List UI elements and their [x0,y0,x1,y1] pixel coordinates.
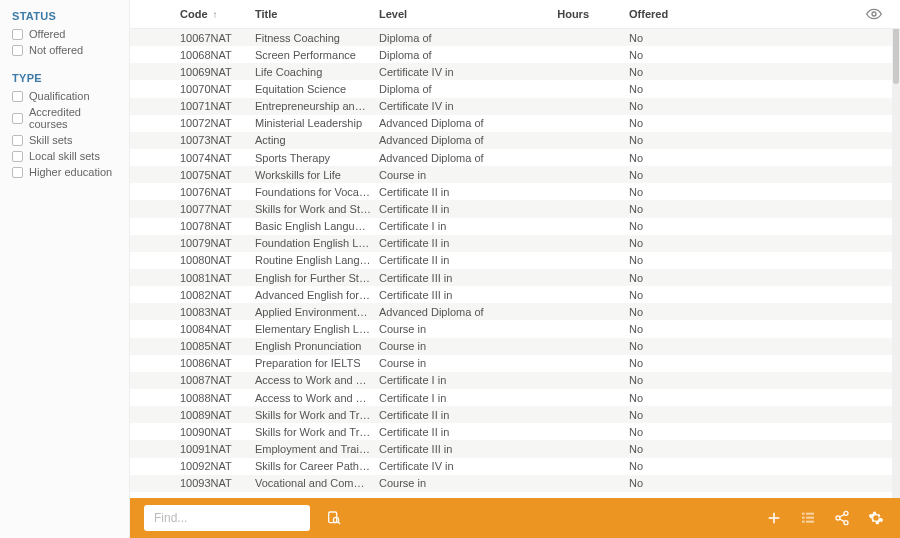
columns-visibility-icon[interactable] [866,6,882,22]
cell-level: Advanced Diploma of [379,117,504,129]
document-search-icon[interactable] [324,508,344,528]
col-header-code-label: Code [180,8,208,20]
cell-level: Certificate IV in [379,460,504,472]
cell-code: 10071NAT [130,100,255,112]
svg-point-12 [844,511,848,515]
table-row[interactable]: 10084NATElementary English Langua...Cour… [130,320,900,337]
table-row[interactable]: 10080NATRoutine English Language ...Cert… [130,252,900,269]
table-row[interactable]: 10085NATEnglish PronunciationCourse inNo [130,338,900,355]
table-row[interactable]: 10070NATEquitation ScienceDiploma ofNo [130,80,900,97]
cell-code: 10072NAT [130,117,255,129]
filter-item[interactable]: Qualification [12,88,121,104]
filter-group-type: TYPE QualificationAccredited coursesSkil… [12,72,121,180]
table-row[interactable]: 10083NATApplied Environmental Ma...Advan… [130,303,900,320]
table-row[interactable]: 10082NATAdvanced English for Furth...Cer… [130,286,900,303]
svg-point-0 [872,12,876,16]
cell-offered: No [629,426,829,438]
svg-rect-9 [806,517,814,519]
table-header-row: Code ↑ Title Level Hours Offered [130,0,900,29]
settings-gear-icon[interactable] [866,508,886,528]
share-icon[interactable] [832,508,852,528]
checkbox-icon[interactable] [12,29,23,40]
col-header-level[interactable]: Level [379,8,504,20]
col-header-hours[interactable]: Hours [504,8,629,20]
cell-offered: No [629,340,829,352]
cell-code: 10082NAT [130,289,255,301]
cell-offered: No [629,323,829,335]
cell-title: English for Further Study [255,272,379,284]
cell-offered: No [629,83,829,95]
cell-code: 10070NAT [130,83,255,95]
col-header-offered[interactable]: Offered [629,8,829,20]
table-row[interactable]: 10075NATWorkskills for LifeCourse inNo [130,166,900,183]
cell-title: Fitness Coaching [255,32,379,44]
checkbox-icon[interactable] [12,135,23,146]
cell-code: 10087NAT [130,374,255,386]
cell-offered: No [629,272,829,284]
table-row[interactable]: 10072NATMinisterial LeadershipAdvanced D… [130,115,900,132]
checkbox-icon[interactable] [12,151,23,162]
cell-code: 10085NAT [130,340,255,352]
list-view-icon[interactable] [798,508,818,528]
table-row[interactable]: 10081NATEnglish for Further StudyCertifi… [130,269,900,286]
svg-line-15 [840,514,845,517]
cell-offered: No [629,289,829,301]
cell-level: Course in [379,357,504,369]
table-scroll[interactable]: Code ↑ Title Level Hours Offered 10067NA… [130,0,900,498]
cell-offered: No [629,186,829,198]
cell-code: 10074NAT [130,152,255,164]
cell-level: Certificate III in [379,443,504,455]
table-row[interactable]: 10090NATSkills for Work and Trainin...Ce… [130,423,900,440]
table-row[interactable]: 10074NATSports TherapyAdvanced Diploma o… [130,149,900,166]
add-icon[interactable] [764,508,784,528]
table-row[interactable]: 10069NATLife CoachingCertificate IV inNo [130,63,900,80]
table-row[interactable]: 10089NATSkills for Work and TrainingCert… [130,406,900,423]
cell-level: Advanced Diploma of [379,152,504,164]
table-row[interactable]: 10086NATPreparation for IELTSCourse inNo [130,355,900,372]
filter-item[interactable]: Accredited courses [12,104,121,132]
cell-offered: No [629,134,829,146]
table-row[interactable]: 10071NATEntrepreneurship and New...Certi… [130,98,900,115]
filter-item[interactable]: Local skill sets [12,148,121,164]
filter-heading-type: TYPE [12,72,121,84]
cell-offered: No [629,477,829,489]
cell-title: Workskills for Life [255,169,379,181]
table-row[interactable]: 10093NATVocational and Community...Cours… [130,475,900,492]
table-row[interactable]: 10076NATFoundations for Vocational...Cer… [130,183,900,200]
cell-title: Preparation for IELTS [255,357,379,369]
filter-item[interactable]: Skill sets [12,132,121,148]
checkbox-icon[interactable] [12,167,23,178]
cell-code: 10073NAT [130,134,255,146]
table-row[interactable]: 10091NATEmployment and TrainingCertifica… [130,440,900,457]
cell-code: 10093NAT [130,477,255,489]
checkbox-icon[interactable] [12,113,23,124]
cell-offered: No [629,32,829,44]
table-row[interactable]: 10068NATScreen PerformanceDiploma ofNo [130,46,900,63]
search-input[interactable] [144,505,310,531]
table-row[interactable]: 10087NATAccess to Work and Traini...Cert… [130,372,900,389]
scrollbar-track[interactable] [892,0,900,498]
cell-level: Certificate II in [379,203,504,215]
table-row[interactable]: 10088NATAccess to Work and TrainingCerti… [130,389,900,406]
table-row[interactable]: 10078NATBasic English Language Sk...Cert… [130,218,900,235]
cell-level: Certificate II in [379,254,504,266]
cell-offered: No [629,100,829,112]
col-header-title[interactable]: Title [255,8,379,20]
table-row[interactable]: 10073NATActingAdvanced Diploma ofNo [130,132,900,149]
cell-title: Entrepreneurship and New... [255,100,379,112]
checkbox-icon[interactable] [12,45,23,56]
table-row[interactable]: 10092NATSkills for Career PathwaysCertif… [130,458,900,475]
table-row[interactable]: 10067NATFitness CoachingDiploma ofNo [130,29,900,46]
cell-offered: No [629,306,829,318]
filter-item[interactable]: Offered [12,26,121,42]
col-header-code[interactable]: Code ↑ [130,8,255,20]
filter-item[interactable]: Not offered [12,42,121,58]
checkbox-icon[interactable] [12,91,23,102]
table-row[interactable]: 10077NATSkills for Work and StudyCertifi… [130,200,900,217]
cell-offered: No [629,152,829,164]
cell-title: Sports Therapy [255,152,379,164]
table-row[interactable]: 10079NATFoundation English Langua...Cert… [130,235,900,252]
cell-code: 10092NAT [130,460,255,472]
filter-item[interactable]: Higher education [12,164,121,180]
cell-offered: No [629,374,829,386]
